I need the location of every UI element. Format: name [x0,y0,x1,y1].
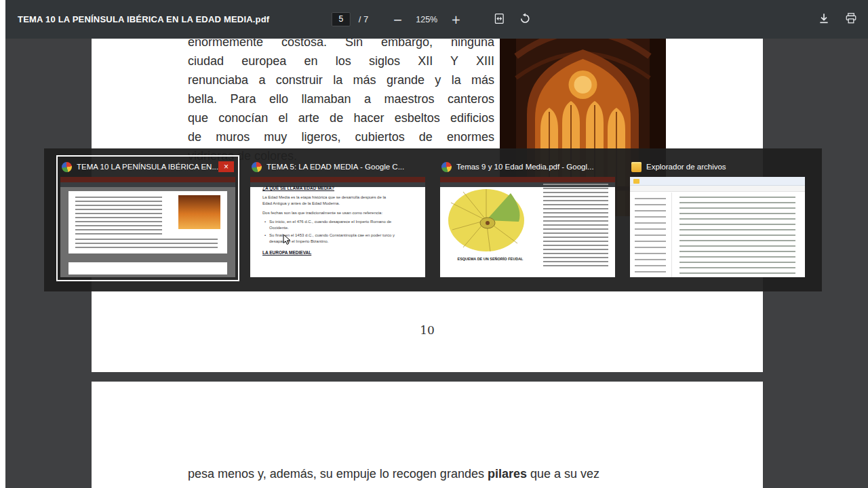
mini-browser-themebar [440,177,615,182]
mini-pdf-page [68,191,227,253]
pdf-text-span: pesa menos y, además, su empuje lo recog… [188,467,488,481]
preview-title-row: Explorador de archivos [631,160,804,174]
close-window-button[interactable]: × [218,161,234,172]
pdf-text-span: que a su vez [527,467,599,481]
preview-title-row: TEMA 5: LA EDAD MEDIA - Google C... [252,160,424,174]
pdf-page-6: pesa menos y, además, su empuje lo recog… [92,382,763,488]
preview-title: TEMA 10 LA PENÍNSULA IBÉRICA EN... [77,163,218,171]
mini-pdf-toolbar [60,182,235,187]
browser-app-icon [441,162,452,172]
pdf-text-bold: pilares [488,467,527,481]
window-thumbnail[interactable]: ESQUEMA DE UN SEÑORÍO FEUDAL [440,177,615,277]
rotate-icon [519,13,531,26]
mini-text-skeleton [75,197,162,235]
mouse-cursor-icon [283,234,291,246]
download-button[interactable] [815,11,833,28]
preview-title-row: Temas 9 y 10 Edad Media.pdf - Googl... [441,160,614,174]
mini-doc-paragraph: Dos fechas son las que tradicionalmente … [262,210,395,216]
taskbar-preview-temas9-10[interactable]: Temas 9 y 10 Edad Media.pdf - Googl... [436,155,619,281]
window-thumbnail[interactable]: ¿A QUÉ SE LLAMA EDAD MEDIA? La Edad Medi… [250,177,425,277]
taskbar-preview-tema10[interactable]: TEMA 10 LA PENÍNSULA IBÉRICA EN... × [56,155,239,281]
mini-browser-themebar [250,177,425,182]
mini-text-skeleton [635,198,666,272]
mini-pdf-page [68,262,227,274]
preview-title: Explorador de archivos [646,163,726,171]
mini-cathedral-image [178,195,220,229]
browser-app-icon [252,162,262,172]
screen: TEMA 10 LA PENÍNSULA IBÉRICA EN LA EDAD … [0,0,868,488]
browser-app-icon [62,162,72,172]
mini-text-skeleton [543,184,608,269]
pdf-text-line: renunciaba a construir la más grande y l… [188,70,494,89]
taskbar-preview-tema5[interactable]: TEMA 5: LA EDAD MEDIA - Google C... ¿A Q… [246,155,429,281]
preview-title-row: TEMA 10 LA PENÍNSULA IBÉRICA EN... × [62,160,234,174]
mini-explorer-filelist [673,192,805,277]
mini-explorer-sidebar [630,192,672,277]
preview-title: TEMA 5: LA EDAD MEDIA - Google C... [267,163,404,171]
toolbar-center-controls: 5 / 7 − 125% + [332,11,534,28]
mini-feudal-diagram [443,184,538,257]
mini-diagram-caption: ESQUEMA DE UN SEÑORÍO FEUDAL [443,257,538,261]
pdf-paragraph: enormemente costosa. Sin embargo, ningun… [188,39,494,165]
page-number-input[interactable]: 5 [332,12,351,26]
rotate-button[interactable] [516,11,534,28]
mini-explorer-titlebar [630,177,805,186]
mini-doc-bullet: Su inicio, en el 476 d.C., cuando desapa… [262,219,395,230]
fit-to-page-icon [494,13,505,26]
mini-doc-paragraph: La Edad Media es la etapa histórica que … [262,195,395,206]
pdf-text-line: enormemente costosa. Sin embargo, ningun… [188,39,494,52]
print-icon [845,12,857,26]
mini-browser-themebar [60,177,235,182]
window-thumbnail[interactable] [630,177,805,277]
mini-explorer-toolbar [630,186,805,192]
taskbar-preview-flyout: TEMA 10 LA PENÍNSULA IBÉRICA EN... × [44,148,822,291]
page-number-footer: 10 [92,323,763,337]
preview-title: Temas 9 y 10 Edad Media.pdf - Googl... [456,163,594,171]
window-thumbnail[interactable] [60,177,235,277]
mini-doc-heading: ¿A QUÉ SE LLAMA EDAD MEDIA? [262,185,395,191]
print-button[interactable] [842,11,860,28]
mini-text-skeleton [75,239,218,249]
pdf-text-line: de muros muy ligeros, cubiertos de enorm… [188,127,494,146]
taskbar-preview-explorer[interactable]: Explorador de archivos [626,155,809,281]
download-icon [818,12,830,26]
pdf-text-line: pesa menos y, además, su empuje lo recog… [188,467,599,481]
fit-to-page-button[interactable] [490,11,508,28]
mini-pdf-viewer [60,187,235,277]
pdf-text-line: ciudad europea en los siglos XII Y XIII [188,52,494,70]
pdf-text-line: que conocían el arte de hacer esbeltos e… [188,108,494,127]
pdf-toolbar: TEMA 10 LA PENÍNSULA IBÉRICA EN LA EDAD … [5,0,868,39]
pdf-text-line: bella. Para ello llamaban a maestros can… [188,89,494,108]
toolbar-right-controls [815,11,860,28]
zoom-out-button[interactable]: − [389,11,406,28]
page-total-label: / 7 [359,14,368,24]
document-title: TEMA 10 LA PENÍNSULA IBÉRICA EN LA EDAD … [18,0,269,39]
zoom-level: 125% [414,15,439,24]
zoom-in-button[interactable]: + [447,11,465,28]
mini-text-skeleton [679,197,795,275]
folder-icon [631,162,642,172]
mini-doc-heading: LA EUROPA MEDIEVAL [262,249,395,256]
